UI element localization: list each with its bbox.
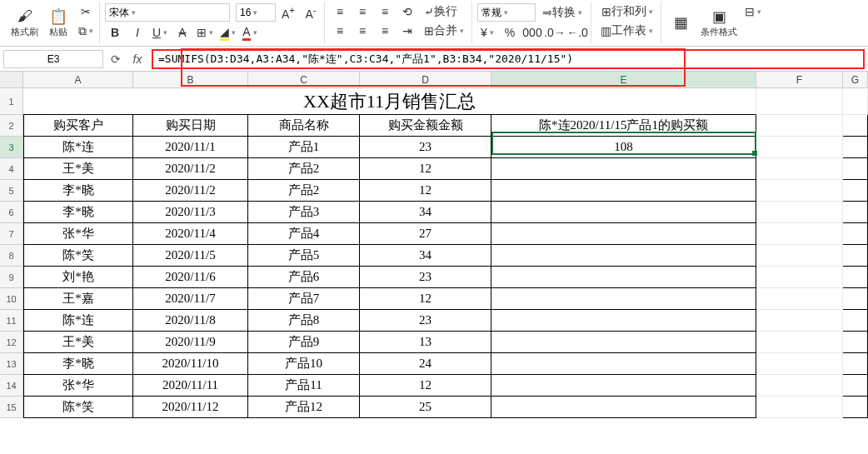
cell[interactable] [491, 353, 756, 375]
cell[interactable] [491, 310, 756, 332]
cell[interactable]: 陈*笑 [23, 397, 133, 418]
cell[interactable]: 陈*笑 [23, 245, 133, 267]
bold-button[interactable]: B [105, 24, 125, 41]
cell[interactable]: 产品2 [248, 180, 360, 202]
orientation-button[interactable]: ⟲ [397, 3, 417, 20]
font-size-select[interactable]: 16▾ [236, 3, 276, 22]
cell[interactable]: 12 [360, 158, 491, 180]
comma-button[interactable]: 000 [522, 24, 542, 41]
col-header-b[interactable]: B [133, 72, 248, 87]
underline-button[interactable]: U▾ [150, 24, 170, 41]
cell[interactable]: 王*美 [23, 332, 133, 353]
cell[interactable]: 产品8 [248, 310, 360, 332]
row-header[interactable]: 12 [0, 332, 23, 353]
cell[interactable] [843, 223, 868, 245]
cell[interactable]: 23 [360, 137, 491, 158]
cell[interactable]: 2020/11/2 [133, 158, 248, 180]
cell[interactable]: 108 [491, 137, 756, 158]
select-all-corner[interactable] [0, 72, 23, 87]
cell[interactable] [843, 202, 868, 223]
row-header[interactable]: 3 [0, 137, 23, 158]
dec-decimal-button[interactable]: ←.0 [567, 24, 587, 41]
cell[interactable] [756, 88, 843, 115]
worksheet-button[interactable]: ▥工作表▾ [596, 22, 657, 39]
fill-color-button[interactable]: ◢▾ [217, 24, 237, 41]
row-header[interactable]: 9 [0, 267, 23, 288]
cell[interactable]: 12 [360, 375, 491, 397]
cell[interactable]: 2020/11/2 [133, 180, 248, 202]
cell[interactable]: 购买金额金额 [360, 115, 491, 137]
cell[interactable] [491, 332, 756, 353]
cell[interactable] [756, 375, 843, 397]
cell[interactable] [756, 202, 843, 223]
row-header[interactable]: 8 [0, 245, 23, 267]
cell[interactable] [491, 267, 756, 288]
cell[interactable]: 产品3 [248, 202, 360, 223]
cell[interactable]: 34 [360, 245, 491, 267]
percent-button[interactable]: % [500, 24, 520, 41]
cell[interactable]: 产品9 [248, 332, 360, 353]
cell[interactable]: 产品10 [248, 353, 360, 375]
cell[interactable] [756, 288, 843, 310]
cond-format-button[interactable]: ▣ 条件格式 [698, 2, 740, 43]
cell[interactable] [491, 202, 756, 223]
cell[interactable]: 陈*连2020/11/15产品1的购买额 [491, 115, 756, 137]
cell[interactable]: 产品2 [248, 158, 360, 180]
cell[interactable]: 张*华 [23, 223, 133, 245]
formula-input[interactable]: =SUMIFS(D3:D34,A3:A34,"陈*连",C3:C34,"产品1"… [152, 49, 865, 69]
cell[interactable] [491, 223, 756, 245]
cell[interactable]: 2020/11/6 [133, 267, 248, 288]
cell[interactable]: 产品6 [248, 267, 360, 288]
cell[interactable] [491, 288, 756, 310]
cell[interactable] [756, 397, 843, 418]
cell[interactable]: 2020/11/5 [133, 245, 248, 267]
col-header-d[interactable]: D [360, 72, 491, 87]
cell[interactable] [843, 332, 868, 353]
format-painter-button[interactable]: 🖌 格式刷 [8, 2, 41, 43]
cell[interactable]: 25 [360, 397, 491, 418]
cell[interactable]: 产品11 [248, 375, 360, 397]
align-top-button[interactable]: ≡ [330, 3, 350, 20]
cell[interactable] [843, 288, 868, 310]
cell[interactable]: 2020/11/4 [133, 223, 248, 245]
paste-button[interactable]: 📋 粘贴 [44, 2, 72, 43]
cell[interactable] [491, 245, 756, 267]
cell[interactable]: 陈*连 [23, 137, 133, 158]
cell[interactable]: 产品12 [248, 397, 360, 418]
cell[interactable]: 24 [360, 353, 491, 375]
cell[interactable] [756, 137, 843, 158]
insert-function-button[interactable]: fx [128, 50, 147, 68]
cell[interactable] [843, 180, 868, 202]
cell[interactable]: 34 [360, 202, 491, 223]
col-header-a[interactable]: A [23, 72, 133, 87]
cell[interactable]: 12 [360, 288, 491, 310]
row-header[interactable]: 5 [0, 180, 23, 202]
row-header[interactable]: 11 [0, 310, 23, 332]
cell[interactable]: 产品4 [248, 223, 360, 245]
cell[interactable]: 2020/11/7 [133, 288, 248, 310]
row-header[interactable]: 14 [0, 375, 23, 397]
cut-button[interactable]: ✂ [76, 3, 96, 20]
cell[interactable] [843, 158, 868, 180]
cell[interactable]: 2020/11/10 [133, 353, 248, 375]
cell[interactable] [491, 397, 756, 418]
row-header[interactable]: 4 [0, 158, 23, 180]
align-bottom-button[interactable]: ≡ [375, 3, 395, 20]
cell[interactable]: 27 [360, 223, 491, 245]
cell[interactable] [756, 332, 843, 353]
align-left-button[interactable]: ≡ [330, 22, 350, 39]
cell[interactable] [491, 158, 756, 180]
align-center-button[interactable]: ≡ [352, 22, 372, 39]
cell[interactable]: 李*晓 [23, 353, 133, 375]
table-style-button[interactable]: ▦ [666, 2, 695, 43]
cell[interactable]: 23 [360, 310, 491, 332]
cell[interactable]: 购买客户 [23, 115, 133, 137]
cell[interactable]: 王*美 [23, 158, 133, 180]
cell[interactable]: 产品5 [248, 245, 360, 267]
col-header-g[interactable]: G [843, 72, 868, 87]
currency-button[interactable]: ¥▾ [477, 24, 497, 41]
increase-font-button[interactable]: A+ [278, 4, 298, 21]
cell[interactable]: 2020/11/1 [133, 137, 248, 158]
cell[interactable] [756, 310, 843, 332]
decrease-font-button[interactable]: A- [301, 4, 321, 21]
